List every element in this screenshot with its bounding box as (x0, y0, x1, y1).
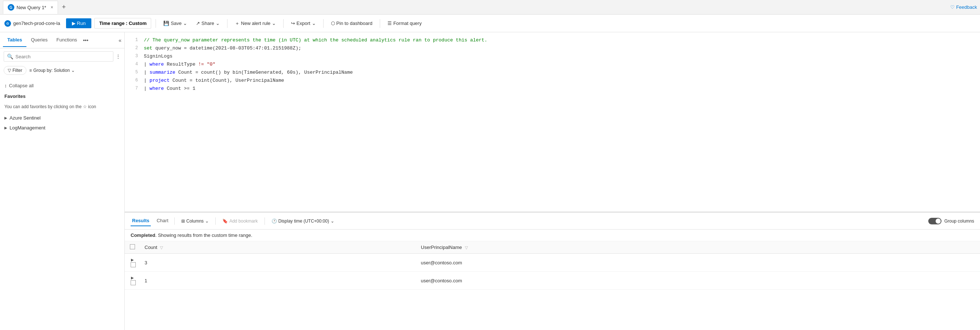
code-editor[interactable]: 1// The query_now parameter represents t… (125, 32, 980, 213)
time-range-label: Time range : (99, 21, 129, 26)
add-bookmark-button[interactable]: 🔖 Add bookmark (220, 217, 260, 225)
results-tab-chart[interactable]: Chart (155, 216, 170, 226)
table-row: ▶ 1 user@contoso.com (125, 272, 980, 290)
sidebar: Tables Queries Functions ••• « 🔍 ⋮ ▽ Fil… (0, 32, 125, 330)
group-columns-label: Group columns (944, 219, 974, 224)
code-token: set (144, 46, 152, 51)
row-expand-icon[interactable]: ▶ (131, 258, 134, 262)
save-button[interactable]: 💾 Save ⌄ (160, 19, 190, 27)
display-time-label: Display time (UTC+00:00) (278, 219, 329, 224)
code-token: Count >= 1 (164, 86, 196, 91)
code-line: 7| where Count >= 1 (125, 85, 980, 93)
line-content: | summarize Count = count() by bin(TimeG… (144, 69, 977, 77)
new-tab-button[interactable]: + (59, 2, 69, 13)
save-chevron-icon: ⌄ (183, 21, 187, 26)
new-alert-plus-icon: ＋ (235, 20, 240, 27)
sidebar-search-row: 🔍 ⋮ (0, 48, 124, 65)
code-line: 4| where ResultType != "0" (125, 61, 980, 69)
collapse-all-label: Collapse all (9, 83, 34, 88)
pin-button[interactable]: ⬡ Pin to dashboard (328, 19, 375, 27)
row-expand-cell[interactable]: ▶ (125, 272, 140, 290)
status-detail: . Showing results from the custom time r… (155, 232, 252, 238)
filter-icon: ▽ (8, 68, 11, 73)
results-separator-2 (215, 217, 216, 225)
run-button[interactable]: ▶ Run (66, 18, 91, 28)
toolbar-separator-4 (323, 19, 324, 28)
sidebar-more-button[interactable]: ••• (83, 37, 88, 43)
export-chevron-icon: ⌄ (312, 21, 316, 26)
user-filter-icon[interactable]: ▽ (465, 245, 468, 250)
active-tab[interactable]: G New Query 1* × (3, 1, 58, 14)
feedback-button[interactable]: ♡ Feedback (950, 5, 977, 10)
results-tab-results[interactable]: Results (130, 216, 151, 226)
group-columns-toggle[interactable] (928, 218, 942, 224)
main-area: Tables Queries Functions ••• « 🔍 ⋮ ▽ Fil… (0, 32, 980, 330)
tab-close-button[interactable]: × (51, 5, 53, 10)
share-icon: ↗ (196, 21, 200, 26)
time-range-value: Custom (129, 21, 146, 26)
line-number: 7 (128, 85, 138, 92)
row-user: user@contoso.com (417, 272, 980, 290)
format-icon: ☰ (387, 21, 392, 26)
search-input-container[interactable]: 🔍 (4, 51, 113, 62)
code-token: | (144, 86, 150, 91)
line-content: set query_now = datetime(2021-08-03T05:4… (144, 45, 977, 52)
search-icon: 🔍 (7, 54, 13, 59)
th-user: UserPrincipalName ▽ (417, 241, 980, 254)
display-time-button[interactable]: 🕐 Display time (UTC+00:00) ⌄ (269, 217, 336, 225)
sidebar-tab-functions[interactable]: Functions (52, 33, 81, 47)
new-alert-button[interactable]: ＋ New alert rule ⌄ (232, 19, 279, 28)
columns-chevron-icon: ⌄ (205, 219, 209, 224)
search-input[interactable] (16, 54, 110, 59)
row-checkbox[interactable] (130, 280, 136, 285)
sidebar-tab-queries[interactable]: Queries (26, 33, 52, 47)
collapse-all-icon: ↕ (5, 83, 7, 88)
results-toolbar: Results Chart ⊞ Columns ⌄ 🔖 Add bookmark (125, 213, 980, 230)
format-button[interactable]: ☰ Format query (385, 19, 425, 27)
tree-item-log-management[interactable]: ▶ LogManagement (0, 123, 124, 133)
line-content: | where Count >= 1 (144, 85, 977, 93)
tree-item-label: LogManagement (10, 125, 46, 130)
sidebar-filter-row: ▽ Filter ≡ Group by: Solution ⌄ (0, 65, 124, 78)
code-line: 6| project Count = toint(Count), UserPri… (125, 77, 980, 85)
code-line: 1// The query_now parameter represents t… (125, 36, 980, 45)
row-checkbox[interactable] (130, 262, 136, 267)
row-user: user@contoso.com (417, 254, 980, 272)
group-by-icon: ≡ (29, 68, 32, 73)
columns-button[interactable]: ⊞ Columns ⌄ (179, 217, 211, 225)
toolbar: G gen7tech-prod-core-la ▶ Run Time range… (0, 15, 980, 32)
sidebar-collapse-button[interactable]: « (119, 37, 121, 43)
share-button[interactable]: ↗ Share ⌄ (193, 19, 223, 27)
new-alert-chevron-icon: ⌄ (272, 21, 276, 26)
save-icon: 💾 (163, 21, 169, 26)
tree-item-azure-sentinel[interactable]: ▶ Azure Sentinel (0, 113, 124, 123)
group-by-button[interactable]: ≡ Group by: Solution ⌄ (29, 68, 75, 73)
group-by-chevron-icon: ⌄ (71, 68, 75, 73)
code-line: 3SigninLogs (125, 53, 980, 61)
row-expand-cell[interactable]: ▶ (125, 254, 140, 272)
toolbar-separator-2 (227, 19, 228, 28)
pin-label: Pin to dashboard (336, 21, 372, 26)
count-filter-icon[interactable]: ▽ (160, 245, 163, 250)
select-all-checkbox[interactable] (130, 244, 135, 249)
th-select-all[interactable] (125, 241, 140, 254)
line-number: 6 (128, 77, 138, 84)
toolbar-separator-5 (380, 19, 380, 28)
code-token: Count = toint(Count), UserPrincipalName (170, 78, 284, 83)
filter-button[interactable]: ▽ Filter (4, 66, 26, 75)
sidebar-tabs: Tables Queries Functions ••• « (0, 32, 124, 48)
collapse-all-button[interactable]: ↕ Collapse all (0, 81, 124, 90)
export-button[interactable]: ↪ Export ⌄ (288, 19, 319, 27)
line-content: SigninLogs (144, 53, 977, 60)
search-options-button[interactable]: ⋮ (116, 54, 121, 59)
feedback-label: Feedback (956, 5, 977, 10)
results-table: Count ▽ UserPrincipalName ▽ ▶ (125, 241, 980, 290)
table-row: ▶ 3 user@contoso.com (125, 254, 980, 272)
results-status: Completed. Showing results from the cust… (125, 230, 980, 241)
row-expand-icon[interactable]: ▶ (131, 276, 134, 280)
share-chevron-icon: ⌄ (216, 21, 220, 26)
time-range-button[interactable]: Time range : Custom (94, 18, 151, 29)
code-line: 5| summarize Count = count() by bin(Time… (125, 69, 980, 77)
table-header-row: Count ▽ UserPrincipalName ▽ (125, 241, 980, 254)
sidebar-tab-tables[interactable]: Tables (3, 33, 26, 47)
